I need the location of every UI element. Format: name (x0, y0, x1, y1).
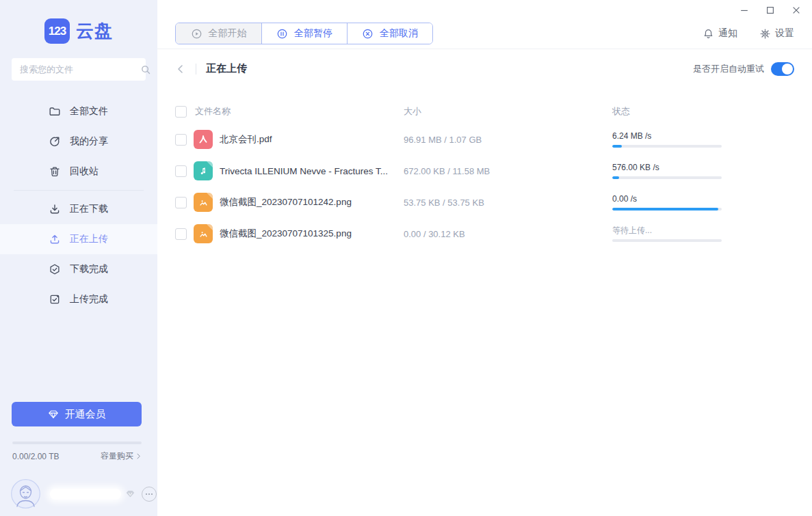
image-file-icon (194, 224, 213, 243)
image-file-icon (194, 193, 213, 212)
pause-all-button[interactable]: 全部暂停 (261, 23, 347, 44)
sidebar-item-recycle-bin[interactable]: 回收站 (0, 157, 157, 187)
toggle-knob (782, 64, 793, 74)
sidebar-item-label: 下载完成 (70, 263, 108, 275)
search-icon[interactable] (140, 64, 151, 75)
table-row[interactable]: 微信截图_20230707101242.png 53.75 KB / 53.75… (175, 187, 794, 218)
row-checkbox[interactable] (175, 165, 187, 177)
file-name: 微信截图_20230707101242.png (220, 196, 352, 208)
file-status: 等待上传... (612, 226, 722, 242)
chevron-right-icon (135, 452, 142, 460)
start-all-button[interactable]: 全部开始 (176, 23, 261, 44)
start-all-label: 全部开始 (209, 27, 247, 40)
member-level-gem-icon (125, 489, 135, 499)
upload-done-icon (49, 293, 61, 305)
sidebar-item-all-files[interactable]: 全部文件 (0, 96, 157, 126)
audio-file-icon (194, 161, 213, 180)
progress-fill (612, 145, 622, 148)
play-circle-icon (191, 28, 202, 40)
progress-bar (612, 208, 722, 211)
open-membership-button[interactable]: 开通会员 (12, 402, 142, 426)
file-name: 北京会刊.pdf (220, 133, 272, 146)
row-checkbox[interactable] (175, 197, 187, 208)
table-row[interactable]: 微信截图_20230707101325.png 0.00 / 30.12 KB … (175, 218, 794, 249)
main-area: 全部开始 全部暂停 全部取消 (157, 0, 812, 516)
avatar[interactable] (11, 479, 40, 508)
app-logo: 123 云盘 (0, 18, 157, 44)
upload-status-text: 等待上传... (612, 226, 722, 234)
logo-123-icon: 123 (44, 18, 70, 44)
toolbar: 全部开始 全部暂停 全部取消 (157, 0, 812, 49)
row-checkbox[interactable] (175, 228, 187, 240)
download-done-icon (49, 263, 61, 275)
storage-row: 0.00/2.00 TB 容量购买 (12, 450, 142, 462)
app-window: 123 云盘 全部文件 (0, 0, 812, 516)
pause-all-label: 全部暂停 (294, 27, 332, 40)
search-input[interactable] (20, 64, 140, 74)
sidebar-item-upload-complete[interactable]: 上传完成 (0, 284, 157, 314)
auto-retry-label: 是否开启自动重试 (693, 63, 764, 75)
storage-usage-text: 0.00/2.00 TB (12, 452, 60, 461)
nav-divider (14, 190, 144, 191)
file-status: 0.00 /s (612, 195, 722, 211)
row-checkbox[interactable] (175, 134, 187, 146)
notifications-button[interactable]: 通知 (703, 27, 737, 40)
upload-speed: 6.24 MB /s (612, 132, 722, 140)
sidebar-item-label: 回收站 (70, 165, 99, 178)
bell-icon (703, 28, 714, 40)
progress-fill (612, 176, 619, 179)
download-icon (49, 203, 61, 215)
select-all-checkbox[interactable] (175, 106, 187, 118)
sidebar-item-uploading[interactable]: 正在上传 (0, 224, 157, 254)
sidebar-item-downloading[interactable]: 正在下载 (0, 194, 157, 224)
buy-capacity-link[interactable]: 容量购买 (101, 450, 142, 462)
progress-fill (612, 208, 718, 211)
cancel-all-button[interactable]: 全部取消 (347, 23, 432, 44)
cancel-circle-icon (362, 28, 374, 40)
file-size: 672.00 KB / 11.58 MB (404, 166, 490, 176)
auto-retry-control: 是否开启自动重试 (693, 62, 794, 76)
trash-icon (49, 165, 61, 178)
column-header-size: 大小 (404, 105, 421, 118)
cancel-all-label: 全部取消 (380, 27, 418, 40)
back-button[interactable] (175, 64, 186, 74)
file-size: 53.75 KB / 53.75 KB (404, 198, 484, 208)
upload-table: 文件名称 大小 状态 北京会刊.pdf 96.91 MB / 1.07 GB 6… (175, 99, 794, 249)
table-row[interactable]: 北京会刊.pdf 96.91 MB / 1.07 GB 6.24 MB /s (175, 124, 794, 155)
gear-icon (759, 28, 771, 40)
progress-bar (612, 239, 722, 242)
settings-label: 设置 (775, 27, 794, 40)
sidebar-item-label: 正在下载 (70, 203, 108, 215)
file-name: 微信截图_20230707101325.png (220, 228, 352, 240)
username-redacted (50, 489, 121, 500)
auto-retry-toggle[interactable] (771, 62, 794, 76)
sidebar-item-label: 上传完成 (70, 293, 108, 305)
upload-speed: 0.00 /s (612, 195, 722, 203)
settings-button[interactable]: 设置 (759, 27, 794, 40)
notifications-label: 通知 (718, 27, 737, 40)
folded-corner (207, 193, 213, 199)
file-size: 96.91 MB / 1.07 GB (404, 135, 482, 145)
sidebar: 123 云盘 全部文件 (0, 0, 157, 516)
vip-button-label: 开通会员 (65, 408, 106, 421)
folded-corner (207, 224, 213, 230)
search-box[interactable] (12, 58, 146, 81)
sidebar-item-download-complete[interactable]: 下载完成 (0, 254, 157, 284)
vip-diamond-icon (48, 409, 59, 420)
storage-usage-bar (12, 442, 142, 444)
sidebar-item-my-shares[interactable]: 我的分享 (0, 126, 157, 157)
header-divider (196, 64, 196, 74)
logo-text: 云盘 (76, 19, 113, 43)
transfer-actions-group: 全部开始 全部暂停 全部取消 (175, 23, 433, 44)
upload-speed: 576.00 KB /s (612, 163, 722, 172)
folded-corner (207, 161, 213, 167)
user-more-button[interactable] (142, 487, 157, 502)
pdf-file-icon (194, 130, 213, 149)
user-row (11, 479, 157, 508)
file-name: Trivecta ILLENIUM Nevve - Fractures T... (220, 166, 388, 176)
column-header-status: 状态 (612, 105, 630, 118)
progress-bar (612, 145, 722, 148)
table-header: 文件名称 大小 状态 (175, 99, 794, 124)
table-row[interactable]: Trivecta ILLENIUM Nevve - Fractures T...… (175, 155, 794, 187)
file-size: 0.00 / 30.12 KB (404, 229, 465, 239)
